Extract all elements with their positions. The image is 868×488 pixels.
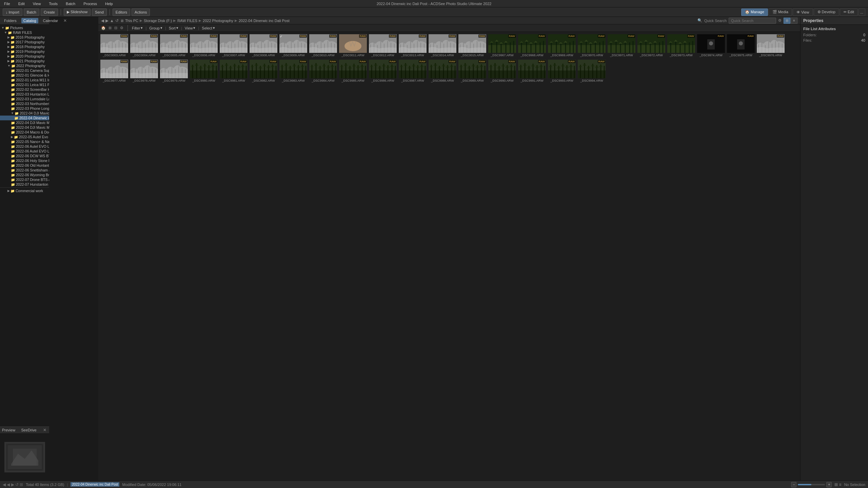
send-button[interactable]: Send	[92, 8, 107, 16]
editors-button[interactable]: Editors	[113, 8, 130, 16]
tab-extra[interactable]: ...	[859, 8, 865, 16]
thumbnail-item[interactable]: RAW _DSC9980.ARW	[189, 59, 218, 83]
tree-item-raw-files[interactable]: ▼ 📁 RAW FILES	[0, 30, 49, 35]
grid-view-button[interactable]: ⊞	[784, 18, 790, 24]
tree-item-autel-lite-im[interactable]: 📁 2022-06 Autel EVO Lite+ Im...	[0, 144, 49, 149]
search-input[interactable]	[729, 18, 776, 24]
tab-media[interactable]: 🎬 Media	[769, 8, 792, 16]
tree-item-dcw[interactable]: 📁 2022-06 DCW WS BTS	[0, 154, 49, 158]
thumbnail-item[interactable]: RAW _DSC9987.ARW	[398, 59, 427, 83]
thumbnail-item[interactable]: RAW _DSC9989.ARW	[458, 59, 487, 83]
zoom-out-button[interactable]: −	[791, 482, 796, 487]
nav-back-icon[interactable]: ◀	[101, 18, 104, 23]
thumbnail-item[interactable]: RAW _DSC9976.ARW	[756, 33, 785, 58]
thumbnail-item[interactable]: RAW _DSC0014.ARW	[428, 33, 457, 58]
thumbnail-item[interactable]: RAW _DSC0005.ARW	[159, 33, 189, 58]
breadcrumb-this-pc[interactable]: This PC	[125, 19, 138, 23]
sidebar-tab-folders[interactable]: Folders	[2, 18, 19, 23]
thumbnail-item[interactable]: RAW _DSC0010.ARW	[309, 33, 338, 58]
tree-item-leica-product[interactable]: 📁 2022-01 Leica M11 Product...	[0, 82, 49, 87]
tree-item-2020[interactable]: ▶ 📁 2020 Photography	[0, 54, 49, 59]
group-button[interactable]: Group ▾	[149, 26, 162, 30]
tab-edit[interactable]: ✏ Edit	[840, 8, 858, 16]
thumbnail-item[interactable]: RAW _DSC9984.ARW	[309, 59, 338, 83]
thumbnail-item[interactable]: RAW _DSC9991.ARW	[517, 59, 547, 83]
tree-item-2022[interactable]: ▼ 📁 2022 Photography	[0, 63, 49, 68]
thumbnail-item[interactable]: RAW _DSC9990.ARW	[488, 59, 517, 83]
thumbnail-item[interactable]: RAW _DSC0013.ARW	[398, 33, 427, 58]
tree-item-dinerwic[interactable]: 📁 2022-04 Dinerwic inc Dali Post	[0, 116, 49, 120]
tab-develop[interactable]: ⚙ Develop	[814, 8, 839, 16]
menu-item-batch[interactable]: Batch	[64, 1, 77, 6]
home-icon[interactable]: 🏠	[101, 26, 106, 30]
select-button[interactable]: Select ▾	[202, 26, 215, 30]
menu-item-edit[interactable]: Edit	[17, 1, 26, 6]
thumbnail-item[interactable]: RAW _DSC9970.ARW	[577, 33, 606, 58]
thumbnail-item[interactable]: RAW _DSC9969.ARW	[547, 33, 576, 58]
thumbnail-item[interactable]: RAW _DSC9978.ARW	[130, 59, 159, 83]
menu-item-process[interactable]: Process	[82, 1, 98, 6]
tree-item-phone-expo[interactable]: 📁 2022-03 Phone Long Expo...	[0, 106, 49, 111]
thumbnail-item[interactable]: RAW _DSC0007.ARW	[219, 33, 248, 58]
tree-item-drone-bts[interactable]: 📁 2022-07 Drone BTS & Photo...	[0, 177, 49, 182]
sidebar-tab-catalog[interactable]: Catalog	[21, 18, 38, 23]
tree-item-snettisham[interactable]: 📁 2022-06 Snettisham &...	[0, 168, 49, 172]
thumbnail-item[interactable]: RAW _DSC9975.ARW	[726, 33, 755, 58]
zoom-in-button[interactable]: +	[826, 482, 832, 487]
thumbnail-item[interactable]: RAW _DSC9983.ARW	[279, 59, 308, 83]
grid-small-icon[interactable]: ⊞	[108, 26, 112, 30]
tree-item-lumsdale[interactable]: 📁 2022-03 Lumsdale Lower Fal...	[0, 97, 49, 101]
tree-item-pictures[interactable]: ▼ 📁 Pictures	[0, 25, 49, 30]
tree-item-2021[interactable]: ▶ 📁 2021 Photography	[0, 59, 49, 63]
tree-item-autel-lite-pro[interactable]: 📁 2022-06 Autel EVO Lite+ Pro...	[0, 149, 49, 154]
tree-item-macro[interactable]: 📁 2022-04 Macro & Dockey	[0, 130, 49, 135]
grid-large-icon[interactable]: ⊟	[114, 26, 117, 30]
tree-item-wyoming[interactable]: 📁 2022-06 Wyoming Brook & Ca...	[0, 172, 49, 177]
thumbnail-item[interactable]: RAW _DSC9979.ARW	[159, 59, 189, 83]
tree-item-commercial[interactable]: ▶ 📁 Commercial work	[0, 188, 49, 193]
list-view-button[interactable]: ≡	[791, 18, 797, 24]
create-button[interactable]: Create	[41, 8, 58, 16]
tree-item-northumberland[interactable]: 📁 2022-03 Northumberland Co...	[0, 101, 49, 106]
sort-button[interactable]: Sort ▾	[169, 26, 178, 30]
thumbnail-item[interactable]: RAW _DSC0004.ARW	[130, 33, 159, 58]
tree-item-old-huntanton[interactable]: 📁 2022-06 Old Huntanton Lor...	[0, 163, 49, 168]
tree-item-dji-pro2[interactable]: 📁 2022-04 DJI Mavic Mini 3 Pro Pr...	[0, 125, 49, 130]
tree-item-cam-suport[interactable]: 📁 2022-01 Camera Suport	[0, 68, 49, 73]
breadcrumb-2022-photography[interactable]: 2022 Photography	[203, 19, 233, 23]
thumbnail-item[interactable]: RAW _DSC9967.ARW	[488, 33, 517, 58]
nav-forward-icon[interactable]: ▶	[105, 18, 108, 23]
thumbnail-item[interactable]: RAW _DSC0006.ARW	[189, 33, 218, 58]
tree-item-dji-mavic[interactable]: ▼ 📁 2022-04 DJI Mavic Mini 3 Pr...	[0, 111, 49, 116]
actions-button[interactable]: Actions	[132, 8, 150, 16]
tree-item-2016[interactable]: ▶ 📁 2016 Photography	[0, 35, 49, 40]
tree-item-holy-stone[interactable]: 📁 2022-06 Holy Stone Product...	[0, 158, 49, 163]
thumbnail-item[interactable]: RAW _DSC9982.ARW	[249, 59, 278, 83]
batch-button[interactable]: Batch	[24, 8, 39, 16]
thumbnail-item[interactable]: RAW _DSC9986.ARW	[368, 59, 397, 83]
thumbnail-item[interactable]: RAW _DSC9971.ARW	[607, 33, 636, 58]
thumbnail-item[interactable]: RAW _DSC9974.ARW	[696, 33, 726, 58]
tree-item-leica-images[interactable]: 📁 2022-01 Leica M11 Images	[0, 78, 49, 82]
breadcrumb-storage[interactable]: Storage Disk (F:)	[144, 19, 172, 23]
settings-icon[interactable]: ⚙	[120, 26, 123, 30]
thumbnail-item[interactable]: RAW _DSC9993.ARW	[547, 59, 576, 83]
thumbnail-item[interactable]: RAW _DSC9985.ARW	[338, 59, 368, 83]
tree-item-glencoe[interactable]: 📁 2022-01 Glencoe & Holme T...	[0, 73, 49, 78]
zoom-slider[interactable]	[798, 484, 825, 485]
tree-item-2017[interactable]: ▶ 📁 2017 Photography	[0, 40, 49, 44]
thumbnail-item[interactable]: RAW _DSC0015.ARW	[458, 33, 487, 58]
tab-manage[interactable]: 🏠 Manage	[741, 8, 768, 16]
thumbnail-item[interactable]: RAW _DSC9977.ARW	[100, 59, 129, 83]
breadcrumb-dinerwic[interactable]: 2022-04 Dinerwic inc Dali Post	[239, 19, 290, 23]
view-options-icon[interactable]: ⚙	[778, 18, 782, 23]
tree-item-screenbar[interactable]: 📁 2022-02 ScreenBar Ha...	[0, 87, 49, 92]
view-button[interactable]: View ▾	[185, 26, 196, 30]
tree-item-2019[interactable]: ▶ 📁 2019 Photography	[0, 49, 49, 54]
tree-item-nano-vs[interactable]: 📁 2022-05 Nano+ & Nano+ VS	[0, 139, 49, 144]
import-button[interactable]: ↓ Import	[3, 8, 22, 16]
thumbnail-item[interactable]: RAW _DSC9981.ARW	[219, 59, 248, 83]
thumbnail-item[interactable]: RAW _DSC9973.ARW	[667, 33, 696, 58]
tab-view[interactable]: 👁 View	[793, 8, 813, 16]
menu-item-help[interactable]: Help	[104, 1, 114, 6]
